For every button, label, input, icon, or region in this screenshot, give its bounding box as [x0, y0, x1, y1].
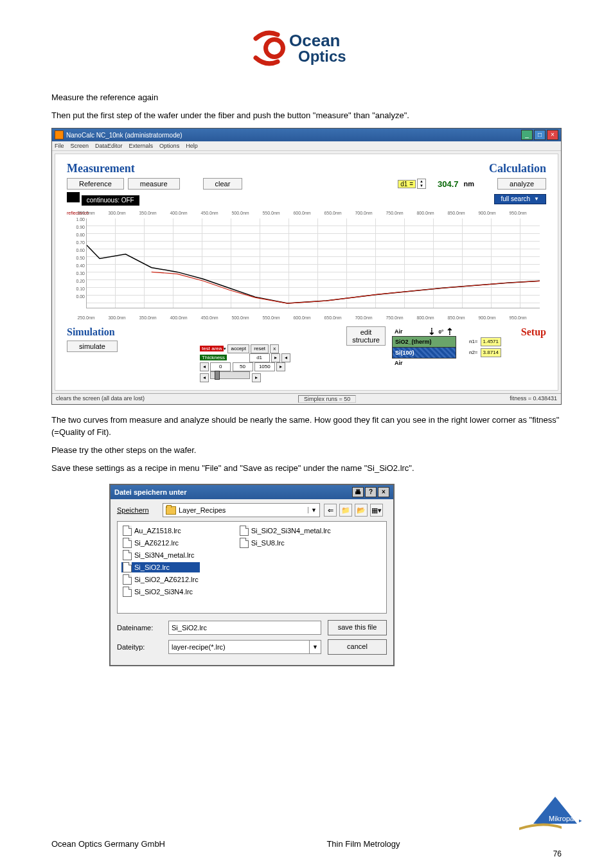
nm-value: 304.7: [438, 179, 459, 189]
app-icon: [55, 130, 64, 139]
clear-button[interactable]: clear: [203, 178, 243, 190]
layer-air-bottom: Air: [392, 358, 501, 368]
measure-button[interactable]: measure: [128, 178, 180, 190]
file-icon: [123, 538, 132, 548]
menu-options[interactable]: Options: [159, 143, 179, 149]
paragraph: Save these settings as a recipe in menu …: [51, 463, 562, 474]
back-icon[interactable]: ⇐: [324, 504, 337, 517]
range-min[interactable]: 0: [210, 362, 231, 371]
file-item[interactable]: Si_Si3N4_metal.lrc: [121, 550, 200, 560]
save-dialog: Datei speichern unter 🖶 ? × Speichern La…: [109, 484, 395, 666]
file-icon: [123, 562, 132, 572]
svg-text:Mikropack: Mikropack: [549, 815, 582, 822]
menu-help[interactable]: Help: [186, 143, 198, 149]
analyze-button[interactable]: analyze: [497, 178, 546, 190]
paragraph: The two curves from measure and analyze …: [51, 414, 562, 438]
brand-logo: Ocean Optics: [51, 26, 562, 73]
layer-air-top: Air ⇣ 0° ⇡: [392, 326, 501, 337]
paragraph: Please try the other steps on the wafer.: [51, 445, 562, 456]
chevron-down-icon: ▼: [309, 641, 318, 653]
d1-field[interactable]: d1 = ▲▼: [398, 179, 426, 189]
heading-setup: Setup: [508, 326, 546, 338]
heading-simulation: Simulation: [67, 326, 144, 338]
continuous-label: continuous: OFF: [82, 195, 139, 206]
file-list[interactable]: Au_AZ1518.lrc Si_AZ6212.lrc Si_Si3N4_met…: [117, 521, 387, 614]
menu-file[interactable]: File: [55, 143, 64, 149]
filetype-combo[interactable]: layer-recipe(*.lrc)▼: [168, 640, 321, 654]
file-icon: [123, 526, 132, 536]
folder-icon: [166, 506, 176, 515]
file-item-selected[interactable]: Si_SiO2.lrc: [121, 562, 200, 572]
save-in-label: Speichern: [117, 506, 159, 514]
range-value[interactable]: 50: [233, 362, 253, 371]
range-left-button[interactable]: ◂: [200, 362, 209, 371]
svg-text:▸: ▸: [579, 817, 582, 824]
dialog-print-icon[interactable]: 🖶: [352, 487, 364, 497]
continuous-indicator[interactable]: [67, 192, 80, 202]
file-item[interactable]: Si_SiO2_AZ6212.lrc: [121, 574, 200, 585]
accept-button[interactable]: accept: [227, 344, 249, 353]
test-area-panel: test area▾ accept reset x Thickness d1 ▸…: [200, 344, 290, 382]
filetype-label: Dateityp:: [117, 643, 162, 651]
reset-button[interactable]: reset: [251, 344, 269, 353]
edit-structure-button[interactable]: edit structure: [346, 326, 386, 346]
arrow-up-icon: ⇡: [446, 327, 454, 336]
file-icon: [123, 550, 132, 560]
close-button[interactable]: ×: [547, 130, 558, 140]
file-icon: [123, 587, 132, 597]
menu-dataeditor[interactable]: DataEditor: [95, 143, 123, 149]
up-folder-icon[interactable]: 📁: [339, 504, 352, 517]
full-search-button[interactable]: full search▼: [494, 194, 547, 204]
status-right: fitness = 0.438431: [510, 395, 557, 403]
simulate-button[interactable]: simulate: [67, 341, 118, 352]
status-bar: clears the screen (all data are lost) Si…: [52, 393, 561, 404]
minimize-button[interactable]: _: [521, 130, 533, 140]
save-file-button[interactable]: save this file: [328, 620, 387, 635]
d1-left-button[interactable]: ◂: [281, 353, 290, 362]
slider-thumb[interactable]: [215, 371, 220, 380]
file-item[interactable]: Si_SiO2_Si3N4.lrc: [121, 587, 200, 597]
page-footer: Ocean Optics Germany GmbH Thin Film Metr…: [51, 839, 562, 849]
cancel-button[interactable]: cancel: [328, 639, 387, 655]
slider-dec[interactable]: ◂: [200, 373, 209, 382]
menu-bar: File Screen DataEditor Externals Options…: [52, 141, 561, 151]
heading-calculation: Calculation: [398, 162, 546, 175]
layer-si[interactable]: Si(100): [392, 347, 456, 359]
file-item[interactable]: Si_AZ6212.lrc: [121, 538, 200, 548]
new-folder-icon[interactable]: 📂: [355, 504, 368, 517]
file-item[interactable]: Si_SU8.lrc: [238, 538, 332, 548]
file-icon: [240, 538, 249, 548]
dialog-help-button[interactable]: ?: [365, 487, 377, 497]
d1-right-button[interactable]: ▸: [271, 353, 280, 362]
view-menu-icon[interactable]: ▦▾: [370, 504, 383, 517]
status-left: clears the screen (all data are lost): [56, 395, 145, 403]
n1-value: 1.4571: [481, 337, 501, 346]
maximize-button[interactable]: □: [534, 130, 546, 140]
paragraph: Then put the first step of the wafer und…: [51, 110, 562, 121]
dialog-close-button[interactable]: ×: [378, 487, 389, 497]
file-item[interactable]: Au_AZ1518.lrc: [121, 526, 200, 536]
dialog-title: Datei speichern unter: [114, 488, 186, 496]
save-in-combo[interactable]: Layer_Recipes ▼: [163, 503, 320, 517]
arrow-down-icon: ⇣: [428, 327, 436, 336]
menu-screen[interactable]: Screen: [71, 143, 89, 149]
slider-inc[interactable]: ▸: [252, 373, 261, 382]
footer-left: Ocean Optics Germany GmbH: [51, 839, 165, 849]
svg-text:Optics: Optics: [298, 48, 346, 65]
nanocalc-window: NanoCalc NC_10nk (administratormode) _ □…: [51, 128, 562, 405]
file-icon: [123, 574, 132, 585]
d1-label-box: d1: [249, 353, 270, 362]
reference-button[interactable]: Reference: [67, 178, 124, 190]
heading-measurement: Measurement: [67, 162, 242, 175]
layer-sio2[interactable]: SiO2_(therm): [392, 336, 456, 348]
range-right-button[interactable]: ▸: [276, 362, 285, 371]
chevron-down-icon: ▼: [308, 507, 317, 513]
filename-input[interactable]: Si_SiO2.lrc: [168, 621, 321, 635]
range-max[interactable]: 1050: [254, 362, 275, 371]
file-item[interactable]: Si_SiO2_Si3N4_metal.lrc: [238, 526, 332, 536]
menu-externals[interactable]: Externals: [129, 143, 154, 149]
d1-spinner[interactable]: ▲▼: [417, 179, 426, 189]
series-measure: [87, 245, 540, 303]
reflectance-chart: reflectance 1.00 0.90 0.80 0.70 0.60 0.5…: [67, 211, 546, 320]
test-close-button[interactable]: x: [270, 344, 279, 353]
